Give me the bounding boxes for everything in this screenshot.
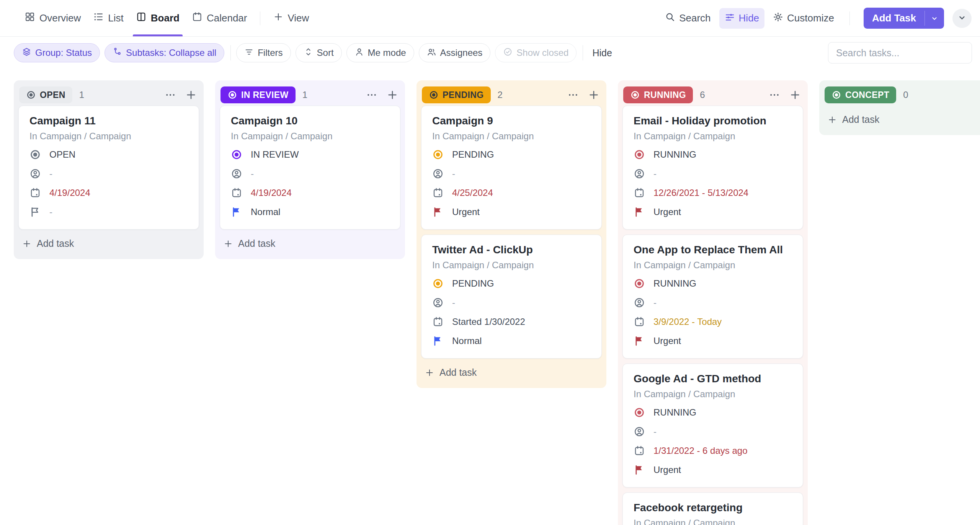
tab-list[interactable]: List	[87, 0, 129, 36]
collapse-header-button[interactable]	[952, 9, 972, 28]
add-task-label[interactable]: Add Task	[864, 8, 924, 29]
card-status-row[interactable]: IN REVIEW	[231, 148, 389, 161]
card-assignee-row[interactable]: -	[231, 167, 389, 180]
flag-icon	[634, 335, 645, 347]
card-assignee-row[interactable]: -	[634, 167, 792, 180]
sort-button[interactable]: Sort	[296, 43, 342, 62]
tab-calendar[interactable]: Calendar	[186, 0, 253, 36]
card-status-row[interactable]: PENDING	[432, 148, 591, 161]
topbar-actions: Search Hide Customize Add Task	[660, 8, 972, 29]
card-priority-row[interactable]: Urgent	[634, 463, 792, 476]
card-status-row[interactable]: RUNNING	[634, 148, 792, 161]
hide-columns-button[interactable]: Hide	[588, 47, 616, 59]
add-icon[interactable]	[789, 89, 801, 101]
card-date-row[interactable]: 1/31/2022 - 6 days ago	[634, 444, 792, 457]
card-priority-row[interactable]: Urgent	[634, 334, 792, 347]
add-icon[interactable]	[185, 89, 197, 101]
card-assignee-row[interactable]: -	[29, 167, 188, 180]
assignee-icon	[29, 168, 41, 179]
card-status-label: RUNNING	[653, 407, 696, 418]
hide-label: Hide	[739, 12, 759, 24]
me-mode-button[interactable]: Me mode	[346, 43, 414, 62]
customize-button[interactable]: Customize	[768, 8, 840, 29]
add-task-caret[interactable]	[925, 8, 944, 29]
column-status-pill[interactable]: PENDING	[422, 86, 491, 103]
column-add-task[interactable]: Add task	[18, 230, 199, 254]
card-assignee-row[interactable]: -	[432, 167, 591, 180]
card-priority-row[interactable]: Urgent	[432, 205, 591, 218]
card-priority-row[interactable]: Normal	[231, 205, 389, 218]
task-card[interactable]: Facebook retargeting In Campaign / Campa…	[622, 492, 803, 525]
add-icon[interactable]	[588, 89, 599, 101]
status-circle-icon	[432, 278, 444, 289]
column-cards: Campaign 9 In Campaign / Campaign PENDIN…	[421, 106, 602, 359]
task-card[interactable]: Google Ad - GTD method In Campaign / Cam…	[622, 364, 803, 488]
calendar-icon	[231, 187, 242, 199]
card-date-row[interactable]: Started 1/30/2022	[432, 315, 591, 328]
filters-button[interactable]: Filters	[236, 43, 291, 62]
column-add-task[interactable]: Add task	[220, 230, 400, 254]
board-column: RUNNING 6 Email - Holiday promotion In C…	[618, 80, 808, 525]
column-status-pill[interactable]: OPEN	[19, 86, 72, 103]
task-card[interactable]: Twitter Ad - ClickUp In Campaign / Campa…	[421, 235, 602, 359]
card-date-row[interactable]: 4/19/2024	[231, 186, 389, 199]
task-card[interactable]: Email - Holiday promotion In Campaign / …	[622, 106, 803, 230]
hide-button[interactable]: Hide	[719, 8, 764, 29]
card-status-row[interactable]: OPEN	[29, 148, 188, 161]
search-button[interactable]: Search	[660, 8, 716, 29]
card-priority-row[interactable]: -	[29, 205, 188, 218]
assignee-icon	[231, 168, 242, 179]
card-date-row[interactable]: 4/19/2024	[29, 186, 188, 199]
card-status-row[interactable]: RUNNING	[634, 277, 792, 290]
tab-board[interactable]: Board	[130, 0, 186, 36]
assignees-button[interactable]: Assignees	[419, 43, 491, 62]
task-card[interactable]: One App to Replace Them All In Campaign …	[622, 235, 803, 359]
card-priority-label: Normal	[251, 207, 280, 217]
sort-label: Sort	[317, 47, 334, 58]
card-status-row[interactable]: RUNNING	[634, 406, 792, 419]
column-status-label: PENDING	[443, 90, 484, 100]
flag-icon	[634, 206, 645, 218]
column-add-task[interactable]: Add task	[824, 106, 980, 130]
card-assignee-row[interactable]: -	[634, 296, 792, 309]
more-icon[interactable]	[567, 89, 579, 101]
card-assignee-row[interactable]: -	[634, 425, 792, 438]
subtasks-button[interactable]: Subtasks: Collapse all	[105, 43, 224, 62]
calendar-icon	[29, 187, 41, 199]
card-date-row[interactable]: 4/25/2024	[432, 186, 591, 199]
task-card[interactable]: Campaign 11 In Campaign / Campaign OPEN …	[18, 106, 199, 230]
column-status-pill[interactable]: CONCEPT	[825, 86, 896, 103]
group-by-button[interactable]: Group: Status	[14, 43, 100, 62]
card-date-row[interactable]: 12/26/2021 - 5/13/2024	[634, 186, 792, 199]
card-date-row[interactable]: 3/9/2022 - Today	[634, 315, 792, 328]
card-priority-row[interactable]: Urgent	[634, 205, 792, 218]
customize-label: Customize	[787, 12, 834, 24]
board: OPEN 1 Campaign 11 In Campaign / Campaig…	[0, 69, 980, 525]
card-assignee-row[interactable]: -	[432, 296, 591, 309]
task-card[interactable]: Campaign 10 In Campaign / Campaign IN RE…	[220, 106, 400, 230]
column-actions	[769, 89, 801, 101]
add-icon[interactable]	[387, 89, 398, 101]
column-status-pill[interactable]: IN REVIEW	[220, 86, 296, 103]
plus-icon	[273, 12, 283, 24]
more-icon[interactable]	[165, 89, 176, 101]
divider	[583, 45, 583, 60]
card-priority-row[interactable]: Normal	[432, 334, 591, 347]
show-closed-button[interactable]: Show closed	[495, 43, 577, 62]
more-icon[interactable]	[769, 89, 780, 101]
column-count: 0	[903, 90, 908, 100]
card-assignee-label: -	[653, 426, 657, 437]
calendar-icon	[634, 187, 645, 199]
assignee-icon	[432, 297, 444, 308]
add-task-button[interactable]: Add Task	[864, 8, 944, 29]
more-icon[interactable]	[366, 89, 377, 101]
column-add-task[interactable]: Add task	[421, 359, 602, 383]
task-search-input[interactable]	[828, 42, 972, 64]
sliders-icon	[725, 12, 735, 25]
task-card[interactable]: Campaign 9 In Campaign / Campaign PENDIN…	[421, 106, 602, 230]
card-status-row[interactable]: PENDING	[432, 277, 591, 290]
tab-overview[interactable]: Overview	[18, 0, 87, 36]
tab-add-view[interactable]: View	[267, 0, 315, 36]
column-status-pill[interactable]: RUNNING	[623, 86, 693, 103]
column-count: 1	[302, 90, 307, 100]
